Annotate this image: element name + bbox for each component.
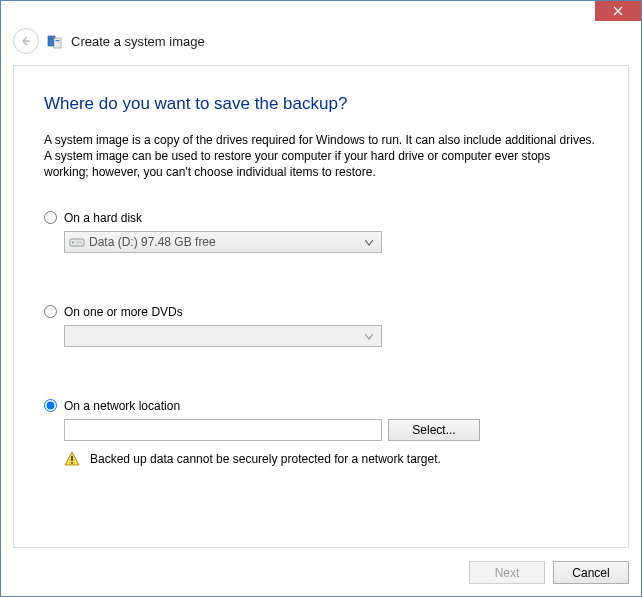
- network-warning-text: Backed up data cannot be securely protec…: [90, 452, 441, 466]
- system-image-icon: [47, 33, 63, 49]
- next-button: Next: [469, 561, 545, 584]
- back-arrow-icon: [20, 35, 32, 47]
- radio-dvd[interactable]: [44, 305, 57, 318]
- footer: Next Cancel: [469, 561, 629, 584]
- close-button[interactable]: [595, 1, 641, 21]
- svg-rect-9: [71, 456, 73, 461]
- svg-rect-8: [76, 241, 82, 243]
- radio-hard-disk[interactable]: [44, 211, 57, 224]
- chevron-down-icon: [361, 235, 377, 249]
- hard-disk-combo[interactable]: Data (D:) 97.48 GB free: [64, 231, 382, 253]
- option-dvd-label: On one or more DVDs: [64, 305, 183, 319]
- close-icon: [613, 6, 623, 16]
- page-question: Where do you want to save the backup?: [44, 94, 598, 114]
- option-network-row[interactable]: On a network location: [44, 399, 598, 413]
- network-path-input[interactable]: [64, 419, 382, 441]
- content-area: Where do you want to save the backup? A …: [13, 65, 629, 548]
- option-dvd: On one or more DVDs: [44, 305, 598, 347]
- back-button[interactable]: [13, 28, 39, 54]
- option-hard-disk: On a hard disk Data (D:) 97.48 GB free: [44, 211, 598, 253]
- svg-rect-5: [56, 40, 60, 41]
- titlebar: [1, 1, 641, 24]
- radio-network[interactable]: [44, 399, 57, 412]
- warning-icon: [64, 451, 80, 467]
- svg-rect-4: [54, 38, 61, 48]
- option-hard-disk-label: On a hard disk: [64, 211, 142, 225]
- header: Create a system image: [1, 24, 641, 64]
- hard-disk-selected: Data (D:) 97.48 GB free: [85, 235, 361, 249]
- page-description: A system image is a copy of the drives r…: [44, 132, 598, 181]
- dvd-combo[interactable]: [64, 325, 382, 347]
- header-title: Create a system image: [71, 34, 205, 49]
- svg-point-7: [72, 241, 74, 243]
- network-warning: Backed up data cannot be securely protec…: [64, 451, 598, 467]
- option-dvd-row[interactable]: On one or more DVDs: [44, 305, 598, 319]
- select-button[interactable]: Select...: [388, 419, 480, 441]
- cancel-button[interactable]: Cancel: [553, 561, 629, 584]
- wizard-window: Create a system image Where do you want …: [0, 0, 642, 597]
- drive-icon: [69, 236, 85, 248]
- chevron-down-icon: [361, 329, 377, 343]
- option-hard-disk-row[interactable]: On a hard disk: [44, 211, 598, 225]
- svg-rect-10: [71, 462, 73, 464]
- option-network-label: On a network location: [64, 399, 180, 413]
- option-network: On a network location Select... Backed u…: [44, 399, 598, 467]
